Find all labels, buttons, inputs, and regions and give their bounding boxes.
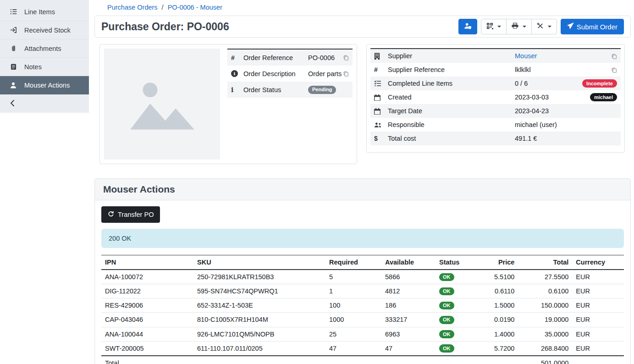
cell-ipn: SWT-200005	[101, 341, 193, 356]
supplier-details-card: Supplier Mouser # Supplier Reference lkl…	[366, 44, 625, 153]
copy-icon[interactable]	[611, 53, 617, 59]
table-row: DIG-112022 595-SN74HCS74QPWRQ1 1 4812 OK…	[101, 284, 624, 298]
column-header-currency: Currency	[572, 255, 624, 270]
cell-sku: 652-3314Z-1-503E	[193, 298, 325, 313]
breadcrumb-link-current[interactable]: PO-0006 - Mouser	[168, 4, 222, 11]
breadcrumb-separator: /	[162, 4, 164, 11]
table-header-row: IPN SKU Required Available Status Price …	[101, 255, 624, 270]
ok-status-badge: OK	[439, 302, 454, 310]
line-items-table: IPN SKU Required Available Status Price …	[101, 255, 624, 364]
tools-icon	[537, 22, 544, 31]
cell-available: 333217	[381, 313, 436, 327]
caret-down-icon	[497, 26, 501, 28]
cell-status: OK	[436, 298, 491, 313]
panel-title: Mouser Actions	[103, 184, 622, 195]
table-row: RES-429006 652-3314Z-1-503E 100 186 OK 1…	[101, 298, 624, 313]
cell-total: 0.6100	[518, 284, 572, 298]
sidebar-item-received-stock[interactable]: Received Stock	[0, 21, 89, 39]
responsible-value: michael (user)	[515, 121, 617, 128]
cell-available: 4812	[381, 284, 436, 298]
cell-sku: 250-72981KLRATR150B3	[193, 270, 325, 284]
cell-required: 1000	[325, 313, 381, 327]
cell-total: 19.0000	[518, 313, 572, 327]
submit-order-button[interactable]: Submit Order	[561, 19, 624, 34]
sidebar-item-label: Notes	[24, 63, 42, 71]
admin-user-button[interactable]	[458, 19, 477, 34]
field-label: Total cost	[388, 135, 515, 142]
cell-available: 47	[381, 341, 436, 356]
panel-body: Transfer PO 200 OK IPN SKU Required Avai…	[95, 200, 630, 364]
page-header: Purchase Order: PO-0006	[94, 16, 631, 38]
completed-line-items-value: 0 / 6	[515, 80, 582, 87]
column-header-available: Available	[381, 255, 436, 270]
responsible-row: Responsible michael (user)	[370, 118, 621, 132]
cell-ipn: RES-429006	[101, 298, 193, 313]
print-dropdown-button[interactable]	[506, 19, 532, 34]
order-details-section: # Order Reference PO-0006 i Order Descri…	[94, 44, 631, 164]
cell-status: OK	[436, 270, 491, 284]
supplier-row: Supplier Mouser	[370, 49, 621, 63]
actions-dropdown-button[interactable]	[531, 19, 557, 34]
transfer-po-button[interactable]: Transfer PO	[101, 206, 160, 223]
cell-ipn: DIG-112022	[101, 284, 193, 298]
main-content: Purchase Orders / PO-0006 - Mouser Purch…	[89, 0, 634, 364]
field-label: Responsible	[388, 121, 515, 128]
field-label: Order Reference	[243, 54, 308, 61]
order-reference-value: PO-0006	[308, 54, 343, 61]
transfer-po-label: Transfer PO	[118, 211, 154, 218]
supplier-link[interactable]: Mouser	[515, 52, 537, 60]
copy-icon[interactable]	[343, 71, 349, 77]
created-by-badge: michael	[590, 93, 617, 101]
completed-line-items-row: Completed Line Items 0 / 6 Incomplete	[370, 77, 621, 90]
order-details-table: # Order Reference PO-0006 i Order Descri…	[227, 49, 353, 98]
sidebar-collapse-button[interactable]	[0, 94, 89, 113]
user-shield-icon	[464, 22, 472, 31]
caret-down-icon	[523, 26, 526, 28]
sidebar-item-label: Received Stock	[24, 27, 71, 34]
ok-status-badge: OK	[439, 330, 454, 338]
cell-price: 0.6110	[491, 284, 518, 298]
cell-sku: 810-C1005X7R1H104M	[193, 313, 325, 327]
cell-currency: EUR	[572, 284, 624, 298]
mouser-actions-panel: Mouser Actions Transfer PO 200 OK	[94, 178, 631, 364]
column-header-price: Price	[491, 255, 518, 270]
order-status-value: Pending	[308, 85, 349, 94]
ok-status-badge: OK	[439, 273, 454, 281]
barcode-dropdown-button[interactable]	[481, 19, 507, 34]
order-image-placeholder[interactable]	[104, 49, 220, 160]
refresh-icon	[108, 211, 114, 219]
order-status-row: i Order Status Pending	[227, 82, 353, 98]
calendar-icon	[374, 108, 388, 115]
cell-required: 47	[325, 341, 381, 356]
cell-currency: EUR	[572, 313, 624, 327]
footer-total-value: 501.0000	[518, 356, 572, 364]
building-icon	[374, 53, 388, 60]
column-header-sku: SKU	[193, 255, 325, 270]
ok-status-badge: OK	[439, 344, 454, 353]
status-alert: 200 OK	[101, 229, 624, 248]
app-root: Line Items Received Stock Attachments No…	[0, 0, 634, 364]
sidebar-item-line-items[interactable]: Line Items	[0, 3, 89, 21]
copy-icon[interactable]	[343, 55, 349, 61]
cell-status: OK	[436, 284, 491, 298]
hash-icon: #	[231, 54, 235, 61]
pending-status-badge: Pending	[308, 86, 336, 94]
cell-ipn: ANA-100072	[101, 270, 193, 284]
sidebar-item-mouser-actions[interactable]: Mouser Actions	[0, 76, 89, 94]
created-value: 2023-03-03	[515, 94, 590, 101]
total-cost-row: $ Total cost 491.1 €	[370, 132, 621, 145]
column-header-ipn: IPN	[101, 255, 193, 270]
breadcrumb-link-purchase-orders[interactable]: Purchase Orders	[107, 4, 158, 11]
calendar-icon	[374, 94, 388, 101]
order-details-card: # Order Reference PO-0006 i Order Descri…	[99, 44, 357, 164]
ok-status-badge: OK	[439, 316, 454, 324]
order-reference-row: # Order Reference PO-0006	[227, 50, 353, 66]
copy-icon[interactable]	[611, 67, 617, 73]
table-row: SWT-200005 611-110.107.011/0205 47 47 OK…	[101, 341, 624, 356]
chevron-left-icon	[10, 100, 15, 108]
sidebar-item-label: Mouser Actions	[24, 82, 70, 89]
breadcrumb: Purchase Orders / PO-0006 - Mouser	[94, 0, 631, 15]
sidebar-item-notes[interactable]: Notes	[0, 58, 89, 76]
sidebar-item-attachments[interactable]: Attachments	[0, 39, 89, 58]
panel-header: Mouser Actions	[95, 179, 630, 200]
